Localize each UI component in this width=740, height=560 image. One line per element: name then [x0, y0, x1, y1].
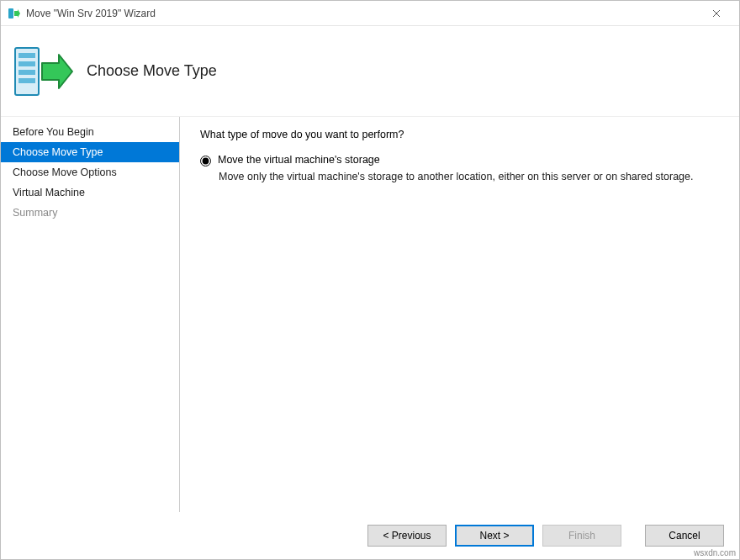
- server-move-icon: [13, 40, 75, 103]
- window-title: Move "Win Srv 2019" Wizard: [26, 8, 697, 19]
- wizard-content: What type of move do you want to perform…: [180, 117, 739, 512]
- page-title: Choose Move Type: [87, 62, 217, 80]
- close-button[interactable]: [697, 1, 736, 26]
- option-move-storage-label: Move the virtual machine's storage: [218, 154, 380, 166]
- finish-button[interactable]: Finish: [542, 525, 621, 547]
- option-move-storage-radio[interactable]: [200, 156, 211, 166]
- step-choose-move-type[interactable]: Choose Move Type: [1, 142, 179, 162]
- svg-rect-4: [18, 70, 35, 75]
- step-sidebar: Before You Begin Choose Move Type Choose…: [1, 117, 180, 512]
- step-virtual-machine[interactable]: Virtual Machine: [1, 182, 179, 203]
- option-move-storage[interactable]: Move the virtual machine's storage: [200, 154, 716, 166]
- cancel-button[interactable]: Cancel: [645, 525, 724, 547]
- step-before-you-begin[interactable]: Before You Begin: [1, 122, 179, 142]
- svg-rect-0: [8, 8, 13, 18]
- step-summary[interactable]: Summary: [1, 203, 179, 223]
- wizard-window: Move "Win Srv 2019" Wizard Choose Move T…: [0, 0, 740, 560]
- wizard-body: Before You Begin Choose Move Type Choose…: [1, 117, 739, 512]
- previous-button[interactable]: < Previous: [367, 525, 447, 547]
- watermark: wsxdn.com: [692, 548, 737, 557]
- content-prompt: What type of move do you want to perform…: [200, 129, 716, 140]
- app-icon: [8, 7, 21, 20]
- title-bar: Move "Win Srv 2019" Wizard: [1, 1, 739, 26]
- wizard-footer: < Previous Next > Finish Cancel: [1, 512, 739, 559]
- svg-rect-3: [18, 61, 35, 66]
- svg-rect-5: [18, 78, 35, 83]
- next-button[interactable]: Next >: [455, 525, 534, 547]
- option-move-storage-description: Move only the virtual machine's storage …: [219, 170, 706, 184]
- step-choose-move-options[interactable]: Choose Move Options: [1, 162, 179, 182]
- wizard-header: Choose Move Type: [1, 26, 739, 117]
- svg-rect-2: [18, 53, 35, 58]
